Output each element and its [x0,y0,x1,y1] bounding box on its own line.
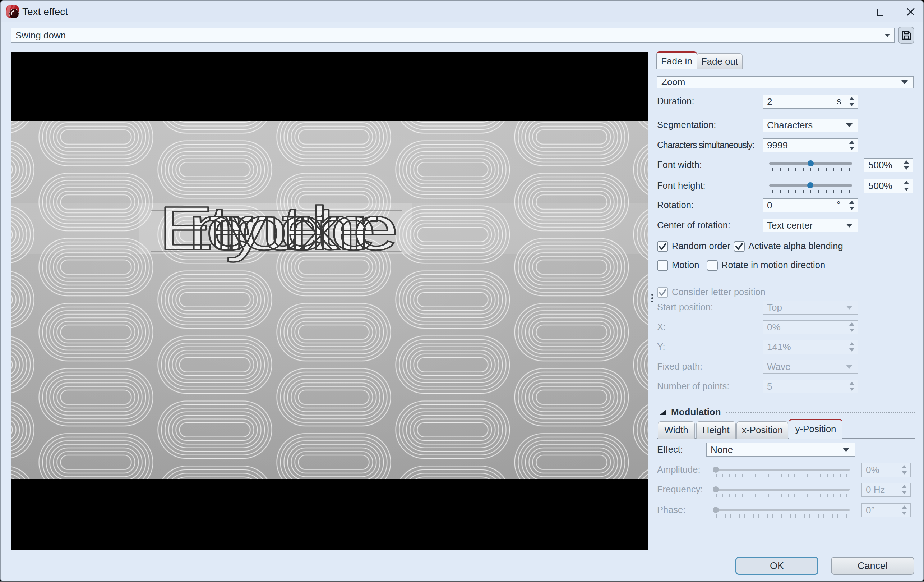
svg-text:Enter your text here: Enter your text here [158,194,395,263]
